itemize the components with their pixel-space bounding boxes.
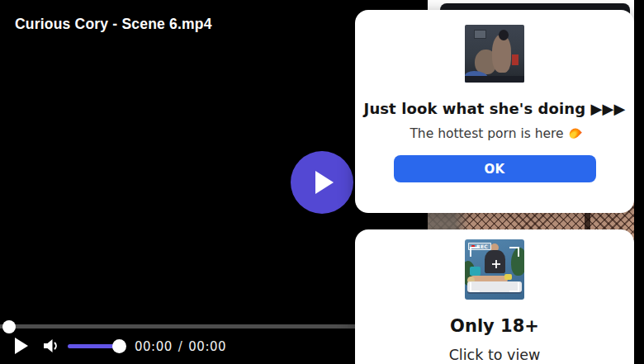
play-triangle-icon [315, 171, 334, 194]
popup-age-gate-card[interactable]: REC Only 18+ Click to view [355, 229, 634, 364]
webcam-couple-thumbnail[interactable] [465, 25, 524, 83]
play-button[interactable] [15, 338, 30, 354]
figure-shape [492, 35, 511, 73]
volume-handle[interactable] [112, 339, 126, 353]
seek-handle[interactable] [2, 320, 16, 333]
massage-rec-thumbnail[interactable]: REC [465, 239, 524, 300]
age-gate-subtitle[interactable]: Click to view [449, 347, 541, 363]
big-play-button[interactable] [291, 151, 353, 214]
floor-shape [465, 76, 524, 83]
offer-title: Just look what she's doing ▶▶▶ [364, 100, 626, 117]
time-display: 00:00/00:00 [135, 339, 226, 354]
picture-frame-shape [474, 30, 486, 39]
time-separator: / [178, 339, 183, 354]
volume-icon[interactable] [40, 335, 62, 357]
offer-subtitle-text: The hottest porn is here [410, 126, 563, 141]
duration: 00:00 [188, 339, 226, 354]
ok-button[interactable]: OK [394, 155, 596, 182]
video-title: Curious Cory - Scene 6.mp4 [15, 16, 212, 33]
current-time: 00:00 [135, 339, 173, 354]
page-scrollbar-gutter [634, 0, 644, 364]
crosshair-icon [492, 260, 500, 268]
fire-icon [567, 126, 582, 141]
popup-offer-card: Just look what she's doing ▶▶▶ The hotte… [355, 10, 634, 213]
hair-shape [499, 30, 509, 40]
age-gate-title: Only 18+ [450, 316, 539, 336]
viewfinder-brackets-icon [470, 247, 519, 292]
offer-subtitle: The hottest porn is here [410, 126, 579, 141]
page: Curious Cory - Scene 6.mp4 00:00/00:00 [0, 0, 644, 364]
red-object-shape [512, 54, 519, 65]
